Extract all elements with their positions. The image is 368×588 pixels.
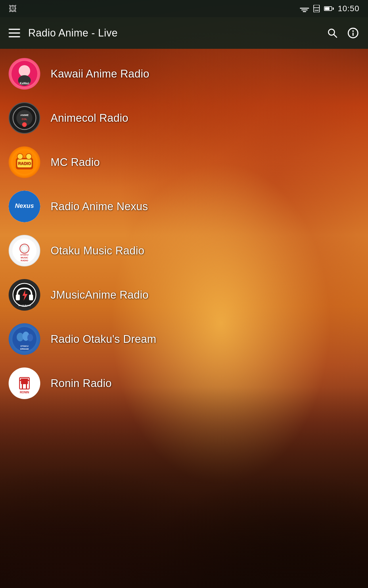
info-button[interactable]	[347, 27, 359, 39]
app-bar: Radio Anime - Live	[0, 17, 368, 49]
svg-text:RONIN: RONIN	[20, 391, 29, 394]
svg-point-22	[17, 154, 23, 159]
svg-rect-34	[16, 295, 20, 300]
svg-point-9	[19, 65, 30, 77]
svg-text:DREAM: DREAM	[20, 348, 29, 350]
station-logo-otaku: OTAKU MUSIC RADIO	[9, 235, 40, 266]
station-item-mc-radio[interactable]: RADIO MC Radio	[0, 140, 368, 184]
photo-icon: 🖼	[9, 4, 17, 13]
svg-text:RADIO: RADIO	[18, 161, 31, 166]
svg-text:ANIME: ANIME	[20, 114, 29, 117]
station-name-otaku-music: Otaku Music Radio	[51, 245, 144, 257]
station-logo-nexus: Nexus	[9, 191, 40, 222]
station-item-kawaii-anime-radio[interactable]: KaWaii Kawaii Anime Radio	[0, 52, 368, 96]
menu-button[interactable]	[9, 29, 20, 37]
station-item-radio-anime-nexus[interactable]: Nexus Radio Anime Nexus	[0, 184, 368, 229]
svg-rect-35	[29, 295, 33, 300]
wifi-icon	[300, 5, 309, 12]
svg-text:MUSIC: MUSIC	[21, 256, 28, 259]
station-name-jmusic: JMusicAnime Radio	[51, 289, 149, 301]
svg-text:OTAKU: OTAKU	[20, 345, 28, 347]
battery-icon	[324, 6, 334, 11]
station-logo-otakudream: OTAKU DREAM	[9, 323, 40, 355]
station-logo-ronin: RONIN	[9, 368, 40, 399]
svg-point-28	[22, 246, 27, 251]
station-name-mc: MC Radio	[51, 156, 100, 169]
station-logo-animecol: ANIME COL	[9, 102, 40, 134]
station-name-otakudream: Radio Otaku's Dream	[51, 333, 156, 345]
station-logo-mc: RADIO	[9, 146, 40, 178]
station-item-animecol-radio[interactable]: ANIME COL Animecol Radio	[0, 96, 368, 140]
app-title: Radio Anime - Live	[28, 27, 318, 39]
svg-point-41	[27, 334, 33, 341]
station-logo-jmusic: MusicAnim	[9, 279, 40, 311]
svg-text:SIM: SIM	[315, 9, 319, 12]
svg-text:MusicAnim: MusicAnim	[18, 304, 31, 307]
station-name-kawaii: Kawaii Anime Radio	[51, 68, 149, 80]
station-item-jmusicanime-radio[interactable]: MusicAnim JMusicAnime Radio	[0, 273, 368, 317]
station-item-otaku-music-radio[interactable]: OTAKU MUSIC RADIO Otaku Music Radio	[0, 229, 368, 273]
ground-overlay	[0, 387, 368, 588]
station-name-nexus: Radio Anime Nexus	[51, 200, 148, 213]
radio-station-list: KaWaii Kawaii Anime Radio ANIME COL Anim…	[0, 49, 368, 408]
svg-text:KaWaii: KaWaii	[20, 82, 29, 85]
svg-line-4	[334, 34, 337, 37]
station-item-ronin-radio[interactable]: RONIN Ronin Radio	[0, 361, 368, 405]
status-left-icons: 🖼	[9, 4, 17, 13]
station-item-radio-otakus-dream[interactable]: OTAKU DREAM Radio Otaku's Dream	[0, 317, 368, 361]
status-time: 10:50	[338, 4, 359, 13]
search-button[interactable]	[326, 27, 339, 39]
status-bar: 🖼 SIM 10:50	[0, 0, 368, 17]
station-logo-kawaii: KaWaii	[9, 58, 40, 90]
station-name-ronin: Ronin Radio	[51, 377, 112, 390]
svg-text:COL: COL	[22, 118, 28, 121]
svg-text:Nexus: Nexus	[15, 202, 34, 209]
svg-text:OTAKU: OTAKU	[20, 254, 28, 256]
svg-text:RADIO: RADIO	[21, 259, 28, 262]
sim-icon: SIM	[313, 5, 320, 12]
svg-point-23	[26, 154, 32, 159]
station-name-animecol: Animecol Radio	[51, 112, 128, 124]
status-icons: SIM 10:50	[300, 4, 359, 13]
svg-point-17	[22, 122, 27, 127]
